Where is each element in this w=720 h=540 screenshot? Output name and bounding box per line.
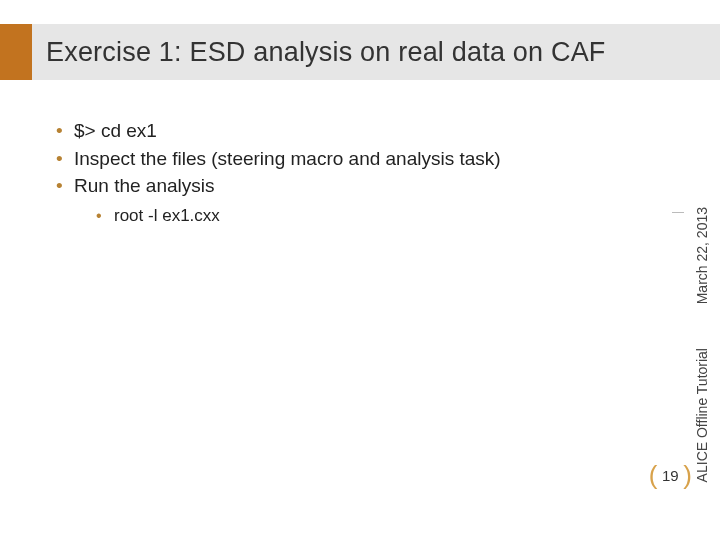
- bullet-item: • Inspect the files (steering macro and …: [56, 146, 616, 172]
- bullet-icon: •: [56, 118, 74, 144]
- bullet-text: Inspect the files (steering macro and an…: [74, 146, 501, 172]
- bullet-icon: •: [56, 146, 74, 172]
- bullet-icon: •: [56, 173, 74, 199]
- page-number-wrap: ( 19 ): [649, 462, 692, 488]
- page-number: 19: [661, 467, 679, 484]
- sidebar-divider: [672, 212, 684, 213]
- sub-bullet-item: • root -l ex1.cxx: [96, 205, 616, 228]
- sub-bullet-group: • root -l ex1.cxx: [96, 205, 616, 228]
- paren-left-icon: (: [649, 462, 658, 488]
- paren-right-icon: ): [683, 462, 692, 488]
- sidebar-tutorial: ALICE Offline Tutorial: [694, 348, 710, 482]
- bullet-icon: •: [96, 205, 114, 227]
- sidebar-date: March 22, 2013: [694, 207, 710, 304]
- bullet-text: Run the analysis: [74, 173, 214, 199]
- slide: Exercise 1: ESD analysis on real data on…: [0, 0, 720, 540]
- bullet-item: • Run the analysis: [56, 173, 616, 199]
- title-accent-block: [0, 24, 32, 80]
- title-band: Exercise 1: ESD analysis on real data on…: [0, 24, 720, 80]
- bullet-item: • $> cd ex1: [56, 118, 616, 144]
- bullet-text: $> cd ex1: [74, 118, 157, 144]
- content-area: • $> cd ex1 • Inspect the files (steerin…: [56, 118, 616, 230]
- slide-title: Exercise 1: ESD analysis on real data on…: [32, 24, 720, 80]
- sub-bullet-text: root -l ex1.cxx: [114, 205, 220, 228]
